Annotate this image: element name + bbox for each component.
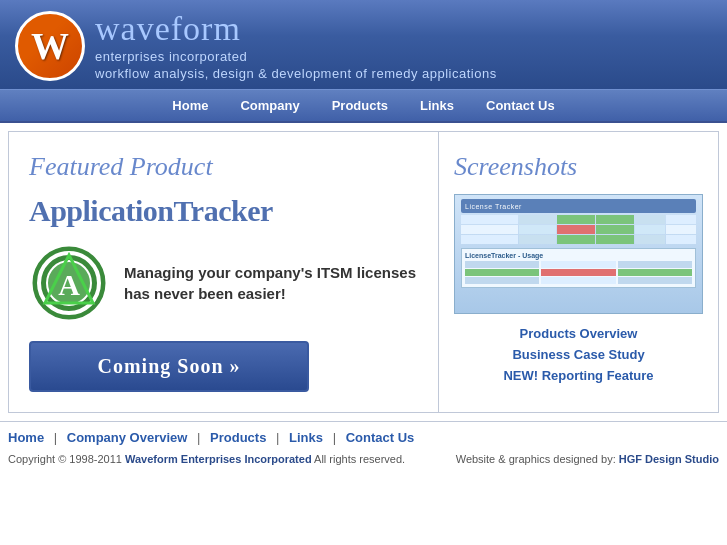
logo-subtitle2: workflow analysis, design & development … (95, 66, 497, 81)
link-products-overview[interactable]: Products Overview (454, 326, 703, 341)
featured-product-panel: Featured Product ApplicationTracker A Ma… (9, 132, 439, 412)
nav-products[interactable]: Products (326, 96, 394, 115)
logo-text-block: waveform enterprises incorporated workfl… (95, 10, 497, 81)
product-description: Managing your company's ITSM licenses ha… (124, 262, 418, 304)
copyright-text: Copyright © 1998-2011 (8, 453, 122, 465)
copyright-bar: Copyright © 1998-2011 Waveform Enterpris… (0, 449, 727, 473)
logo-title-part1: wave (95, 10, 171, 47)
footer-sep-1: | (54, 430, 57, 445)
logo-circle: W (15, 11, 85, 81)
footer-link-links[interactable]: Links (289, 430, 323, 445)
coming-soon-button[interactable]: Coming Soon » (29, 341, 309, 392)
footer-sep-2: | (197, 430, 200, 445)
footer-link-contact[interactable]: Contact Us (346, 430, 415, 445)
nav-home[interactable]: Home (166, 96, 214, 115)
at-logo-icon: A (29, 243, 109, 323)
design-text: Website & graphics designed by: (456, 453, 616, 465)
header: W waveform enterprises incorporated work… (0, 0, 727, 89)
footer-nav: Home | Company Overview | Products | Lin… (0, 421, 727, 449)
link-reporting-feature[interactable]: NEW! Reporting Feature (454, 368, 703, 383)
nav-company[interactable]: Company (234, 96, 305, 115)
featured-title: Featured Product (29, 152, 418, 182)
main-nav: Home Company Products Links Contact Us (0, 89, 727, 123)
product-info: A Managing your company's ITSM licenses … (29, 243, 418, 323)
footer-link-home[interactable]: Home (8, 430, 44, 445)
footer-link-products[interactable]: Products (210, 430, 266, 445)
product-name-part1: Application (29, 194, 174, 227)
product-name: ApplicationTracker (29, 194, 418, 228)
logo-container: W waveform enterprises incorporated work… (15, 10, 497, 81)
product-name-part2: Tracker (174, 194, 273, 227)
screenshots-panel: Screenshots License Tracker (439, 132, 718, 412)
footer-link-company-overview[interactable]: Company Overview (67, 430, 188, 445)
company-name: Waveform Enterprises Incorporated (125, 453, 312, 465)
nav-contact[interactable]: Contact Us (480, 96, 561, 115)
logo-title: waveform (95, 10, 497, 47)
designer-name: HGF Design Studio (619, 453, 719, 465)
footer-sep-3: | (276, 430, 279, 445)
screenshot-image: License Tracker (454, 194, 703, 314)
copyright-left: Copyright © 1998-2011 Waveform Enterpris… (8, 453, 405, 465)
logo-letter: W (31, 24, 69, 68)
copyright-right: Website & graphics designed by: HGF Desi… (456, 453, 719, 465)
nav-links[interactable]: Links (414, 96, 460, 115)
logo-subtitle1: enterprises incorporated (95, 49, 497, 64)
logo-title-part2: form (171, 10, 241, 47)
main-content: Featured Product ApplicationTracker A Ma… (8, 131, 719, 413)
footer-sep-4: | (333, 430, 336, 445)
screenshot-links: Products Overview Business Case Study NE… (454, 326, 703, 383)
link-business-case[interactable]: Business Case Study (454, 347, 703, 362)
screenshots-title: Screenshots (454, 152, 703, 182)
